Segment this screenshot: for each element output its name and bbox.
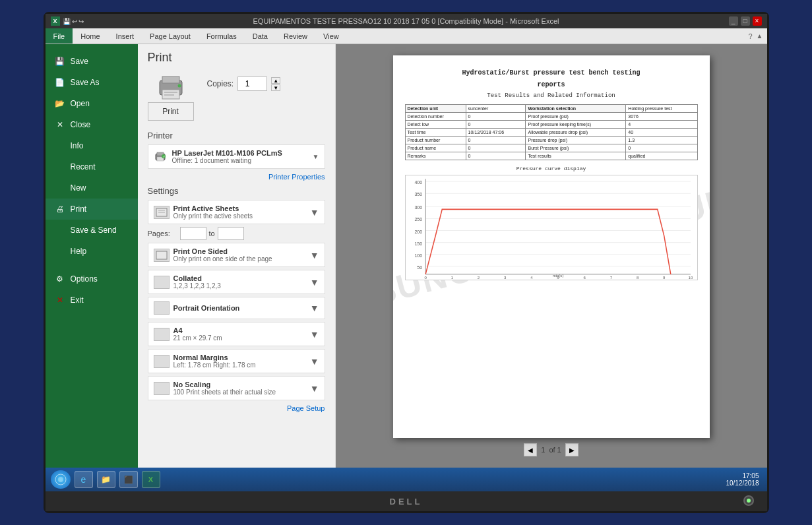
- sidebar-item-options[interactable]: ⚙ Options: [46, 268, 138, 290]
- svg-text:350: 350: [414, 192, 422, 197]
- svg-text:50: 50: [417, 265, 422, 270]
- sidebar-item-save-send[interactable]: Save & Send: [46, 220, 138, 241]
- svg-text:150: 150: [414, 241, 422, 246]
- scaling-dropdown-icon[interactable]: ▼: [310, 383, 319, 394]
- doc-title-line1: Hydrostatic/Burst pressure test bench te…: [405, 69, 698, 78]
- tab-insert[interactable]: Insert: [108, 28, 142, 44]
- sidebar-item-new[interactable]: New: [46, 177, 138, 199]
- paper-size-text: A4 21 cm × 29.7 cm: [173, 326, 222, 342]
- tab-formulas[interactable]: Formulas: [199, 28, 245, 44]
- sidebar-item-saveas[interactable]: 📄 Save As: [46, 72, 138, 93]
- margins-icon: [154, 355, 170, 368]
- active-sheets-dropdown-icon[interactable]: ▼: [310, 207, 319, 218]
- col2-header: Workstation selection: [526, 105, 626, 113]
- windows-taskbar: e 📁 ⬛ X 17:05 10/12/2018: [46, 468, 767, 491]
- prev-page-button[interactable]: ◀: [524, 443, 537, 456]
- printer-status-label: Offline: 1 document waiting: [172, 157, 282, 164]
- val-product-number: 0: [466, 137, 526, 144]
- power-button[interactable]: [743, 495, 754, 506]
- val-test-time: 10/12/2018 47:06: [466, 129, 526, 137]
- close-button[interactable]: ×: [753, 16, 762, 26]
- taskbar-clock: 17:05 10/12/2018: [726, 472, 761, 487]
- table-header-row: Detection unit suncenter Workstation sel…: [405, 105, 697, 113]
- qa-save-icon[interactable]: 💾: [63, 18, 71, 25]
- margins-setting[interactable]: Normal Margins Left: 1.78 cm Right: 1.78…: [148, 349, 325, 373]
- pages-to-input[interactable]: [218, 227, 244, 240]
- margins-dropdown-icon[interactable]: ▼: [310, 356, 319, 367]
- svg-text:1: 1: [451, 276, 453, 280]
- collated-setting[interactable]: Collated 1,2,3 1,2,3 1,2,3 ▼: [148, 270, 325, 294]
- collated-dropdown-icon[interactable]: ▼: [310, 277, 319, 288]
- label-proof-pressure: Proof pressure (psi): [526, 113, 626, 121]
- scaling-setting[interactable]: No Scaling 100 Print sheets at their act…: [148, 376, 325, 400]
- orientation-dropdown-icon[interactable]: ▼: [310, 303, 319, 313]
- printer-selector[interactable]: ✓ HP LaserJet M101-M106 PCLmS Offline: 1…: [148, 144, 325, 169]
- excel-icon: X: [51, 16, 60, 26]
- tab-page-layout[interactable]: Page Layout: [142, 28, 199, 44]
- paper-size-dropdown-icon[interactable]: ▼: [310, 329, 319, 340]
- one-sided-setting[interactable]: Print One Sided Only print on one side o…: [148, 243, 325, 267]
- label-test-time: Test time: [405, 129, 466, 137]
- svg-text:9: 9: [663, 276, 666, 280]
- qa-undo-icon[interactable]: ↩: [72, 18, 77, 25]
- printer-name-label: HP LaserJet M101-M106 PCLmS: [172, 149, 282, 157]
- excel-taskbar-button[interactable]: X: [142, 471, 160, 488]
- results-table: Detection unit suncenter Workstation sel…: [405, 104, 698, 160]
- copies-label: Copies:: [207, 79, 234, 88]
- tab-home[interactable]: Home: [73, 28, 108, 44]
- page-setup-link[interactable]: Page Setup: [148, 404, 325, 412]
- tab-file[interactable]: File: [46, 28, 73, 44]
- exit-icon: ✕: [55, 295, 65, 305]
- label-test-results: Test results: [526, 152, 626, 160]
- one-sided-dropdown-icon[interactable]: ▼: [310, 250, 319, 261]
- one-sided-icon: [154, 249, 170, 262]
- ribbon-collapse-icon[interactable]: ▲: [757, 32, 763, 40]
- tab-data[interactable]: Data: [245, 28, 276, 44]
- app3-taskbar-button[interactable]: ⬛: [119, 471, 138, 488]
- sidebar-item-recent[interactable]: Recent: [46, 156, 138, 177]
- val-proof-keeping-time: 4: [626, 121, 697, 129]
- print-area: Print: [138, 44, 767, 468]
- send-icon: [55, 225, 65, 235]
- minimize-button[interactable]: _: [729, 16, 738, 26]
- page-of-label: of 1: [549, 446, 561, 454]
- doc-subtitle: Test Results and Related Information: [405, 92, 698, 99]
- qa-redo-icon[interactable]: ↪: [78, 18, 84, 25]
- sidebar-item-print[interactable]: 🖨 Print: [46, 199, 138, 220]
- scaling-icon: [154, 382, 170, 395]
- monitor-frame: X 💾 ↩ ↪ EQUIPAMENTOS TESTE PRESSAO12 10 …: [44, 12, 769, 513]
- copies-input[interactable]: [237, 77, 267, 91]
- label-proof-keeping-time: Proof pressure keeping time(s): [526, 121, 626, 129]
- tab-review[interactable]: Review: [276, 28, 315, 44]
- sidebar-item-help[interactable]: Help: [46, 241, 138, 262]
- sidebar-item-close[interactable]: ✕ Close: [46, 114, 138, 135]
- excel-titlebar: X 💾 ↩ ↪ EQUIPAMENTOS TESTE PRESSAO12 10 …: [46, 14, 767, 28]
- svg-text:200: 200: [414, 230, 422, 234]
- orientation-setting[interactable]: Portrait Orientation ▼: [148, 297, 325, 319]
- start-button[interactable]: [51, 470, 71, 489]
- next-page-button[interactable]: ▶: [565, 443, 578, 456]
- sidebar-item-open[interactable]: 📂 Open: [46, 93, 138, 114]
- sidebar-item-exit[interactable]: ✕ Exit: [46, 290, 138, 311]
- help-icon[interactable]: ?: [748, 32, 752, 40]
- copies-decrement-button[interactable]: ▼: [271, 84, 280, 91]
- explorer-taskbar-button[interactable]: 📁: [97, 471, 115, 488]
- copies-increment-button[interactable]: ▲: [271, 77, 280, 84]
- pages-from-input[interactable]: [180, 227, 206, 240]
- print-execute-button[interactable]: Print: [148, 102, 194, 121]
- tab-view[interactable]: View: [315, 28, 347, 44]
- print-panel-title: Print: [148, 51, 325, 65]
- print-icon-area: Print Copies: ▲ ▼: [148, 73, 325, 121]
- paper-size-setting[interactable]: A4 21 cm × 29.7 cm ▼: [148, 322, 325, 346]
- maximize-button[interactable]: □: [741, 16, 750, 26]
- printer-properties-link[interactable]: Printer Properties: [148, 173, 325, 181]
- print-settings-panel: Print: [138, 44, 336, 468]
- settings-section-title: Settings: [148, 186, 325, 196]
- ie-taskbar-button[interactable]: e: [75, 471, 93, 488]
- printer-dropdown-button[interactable]: ▼: [313, 153, 319, 160]
- sidebar-item-save[interactable]: 💾 Save: [46, 51, 138, 72]
- table-row: Product number 0 Pressure drop (psi) 1.3: [405, 137, 697, 144]
- printer-info: HP LaserJet M101-M106 PCLmS Offline: 1 d…: [172, 149, 282, 164]
- sidebar-item-info[interactable]: Info: [46, 135, 138, 156]
- print-active-sheets-setting[interactable]: Print Active Sheets Only print the activ…: [148, 200, 325, 224]
